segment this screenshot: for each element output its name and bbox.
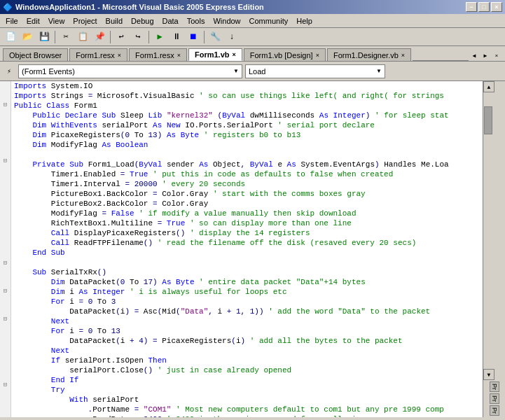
copy-button[interactable]: 📋 xyxy=(75,29,90,45)
code-line-2[interactable]: Public Class Form1 xyxy=(11,101,483,111)
toolbar-separator-1 xyxy=(55,31,55,43)
events-dropdown-arrow: ▼ xyxy=(233,68,239,74)
margin-34 xyxy=(0,398,11,407)
code-line-22[interactable]: For i = 0 To 3 xyxy=(11,297,483,307)
code-line-26[interactable]: DataPacket(i + 4) = PicaxeRegisters(i) '… xyxy=(11,336,483,346)
close-button[interactable]: × xyxy=(491,2,502,12)
margin-7 xyxy=(0,146,11,155)
code-line-11[interactable]: PictureBox1.BackColor = Color.Gray ' sta… xyxy=(11,189,483,199)
cut-button[interactable]: ✂ xyxy=(58,29,74,45)
code-line-19[interactable]: Sub SerialTxRx() xyxy=(11,267,483,277)
events-dropdown[interactable]: (Form1 Events) ▼ xyxy=(18,64,242,78)
pause-button[interactable]: ⏸ xyxy=(169,29,184,45)
tab-close-icon[interactable]: × xyxy=(233,51,236,58)
debug-button[interactable]: 🔧 xyxy=(207,29,223,45)
new-button[interactable]: 📄 xyxy=(3,29,18,45)
code-line-32[interactable]: With serialPort xyxy=(11,395,483,405)
scroll-up-button[interactable]: ▲ xyxy=(483,81,494,92)
tab-form1-resx[interactable]: Form1.resx× xyxy=(129,48,187,61)
menu-item-debug[interactable]: Debug xyxy=(127,15,158,27)
run-button[interactable]: ▶ xyxy=(152,29,167,45)
maximize-button[interactable]: □ xyxy=(478,2,490,12)
redo-button[interactable]: ↪ xyxy=(130,29,146,45)
code-line-7[interactable] xyxy=(11,150,483,160)
tab-scroll-right[interactable]: ▶ xyxy=(480,50,491,61)
margin-20 xyxy=(0,268,11,277)
tab-object-browser[interactable]: Object Browser xyxy=(3,48,68,61)
tab-scroll-left[interactable]: ◀ xyxy=(469,50,480,61)
margin-13 xyxy=(0,202,11,211)
code-line-1[interactable]: Imports Strings = Microsoft.VisualBasic … xyxy=(11,91,483,101)
code-line-23[interactable]: DataPacket(i) = Asc(Mid("Data", i + 1, 1… xyxy=(11,307,483,316)
code-line-20[interactable]: Dim DataPacket(0 To 17) As Byte ' entire… xyxy=(11,277,483,287)
tab-form1-designer-vb[interactable]: Form1.Designer.vb× xyxy=(327,48,411,61)
right-label-pr-2[interactable]: Pr xyxy=(490,393,499,404)
code-line-33[interactable]: .PortName = "COM1" ' Most new computers … xyxy=(11,405,483,414)
margin-33 xyxy=(0,389,11,398)
code-line-14[interactable]: RichTextBox1.Multiline = True ' so can d… xyxy=(11,218,483,228)
menu-item-help[interactable]: Help xyxy=(292,15,317,27)
code-line-31[interactable]: Try xyxy=(11,385,483,395)
code-line-21[interactable]: Dim i As Integer ' i is always useful fo… xyxy=(11,287,483,297)
code-line-12[interactable]: PictureBox2.BackColor = Color.Gray xyxy=(11,199,483,209)
paste-button[interactable]: 📌 xyxy=(92,29,107,45)
code-line-8[interactable]: Private Sub Form1_Load(ByVal sender As O… xyxy=(11,160,483,169)
tab-close-icon[interactable]: × xyxy=(177,52,181,59)
menu-item-build[interactable]: Build xyxy=(102,15,127,27)
code-line-30[interactable]: End If xyxy=(11,375,483,385)
right-label-pr-1[interactable]: Pr xyxy=(490,382,499,392)
code-line-29[interactable]: serialPort.Close() ' just in case alread… xyxy=(11,365,483,375)
code-editor[interactable]: Imports System.IOImports Strings = Micro… xyxy=(11,81,483,417)
tab-close-icon[interactable]: × xyxy=(401,52,405,59)
toolbar-separator-2 xyxy=(110,31,111,43)
open-button[interactable]: 📂 xyxy=(20,29,35,45)
tab-close-icon[interactable]: × xyxy=(316,52,319,59)
scroll-down-button[interactable]: ▼ xyxy=(483,369,494,380)
tab-close-all[interactable]: × xyxy=(491,50,502,61)
code-line-10[interactable]: Timer1.Interval = 20000 ' every 20 secon… xyxy=(11,179,483,189)
menu-item-edit[interactable]: Edit xyxy=(22,15,44,27)
code-line-16[interactable]: Call ReadFTPFilename() ' read the filena… xyxy=(11,238,483,248)
code-line-28[interactable]: If serialPort.IsOpen Then xyxy=(11,356,483,365)
tab-form1-resx[interactable]: Form1.resx× xyxy=(69,48,127,61)
code-line-0[interactable]: Imports System.IO xyxy=(11,81,483,91)
tab-close-icon[interactable]: × xyxy=(118,52,121,59)
step-button[interactable]: ↓ xyxy=(224,29,240,45)
code-line-5[interactable]: Dim PicaxeRegisters(0 To 13) As Byte ' r… xyxy=(11,130,483,140)
margin-12 xyxy=(0,193,11,202)
title-text: WindowsApplication1 - Microsoft Visual B… xyxy=(15,3,466,11)
tab-form1-vb--design-[interactable]: Form1.vb [Design]× xyxy=(244,48,326,61)
menu-item-view[interactable]: View xyxy=(44,15,69,27)
code-line-4[interactable]: Dim WithEvents serialPort As New IO.Port… xyxy=(11,120,483,130)
toolbar: 📄 📂 💾 ✂ 📋 📌 ↩ ↪ ▶ ⏸ ⏹ 🔧 ↓ xyxy=(0,28,505,46)
code-line-15[interactable]: Call DisplayPicaxeRegisters() ' display … xyxy=(11,228,483,238)
scrollbar-thumb[interactable] xyxy=(484,106,492,134)
undo-button[interactable]: ↩ xyxy=(113,29,129,45)
code-line-6[interactable]: Dim ModifyFlag As Boolean xyxy=(11,140,483,150)
margin-4 xyxy=(0,118,11,127)
scrollbar-track[interactable] xyxy=(483,92,494,369)
code-line-24[interactable]: Next xyxy=(11,316,483,326)
method-dropdown[interactable]: Load ▼ xyxy=(245,64,385,78)
menu-item-project[interactable]: Project xyxy=(69,15,101,27)
menu-item-data[interactable]: Data xyxy=(158,15,183,27)
margin-10 xyxy=(0,174,11,183)
stop-button[interactable]: ⏹ xyxy=(186,29,201,45)
menu-item-file[interactable]: File xyxy=(1,15,22,27)
margin-14 xyxy=(0,212,11,221)
code-line-18[interactable] xyxy=(11,258,483,267)
code-line-25[interactable]: For i = 0 To 13 xyxy=(11,326,483,336)
code-line-17[interactable]: End Sub xyxy=(11,248,483,258)
code-line-34[interactable]: .BaudRate = 2400 ' 2400 is the maxiumum … xyxy=(11,414,483,417)
code-line-9[interactable]: Timer1.Enabled = True ' put this in code… xyxy=(11,169,483,179)
code-line-3[interactable]: Public Declare Sub Sleep Lib "kernel32" … xyxy=(11,111,483,120)
minimize-button[interactable]: − xyxy=(466,2,477,12)
menu-item-tools[interactable]: Tools xyxy=(183,15,209,27)
save-button[interactable]: 💾 xyxy=(36,29,52,45)
right-label-pr-3[interactable]: Pr xyxy=(490,405,499,416)
code-line-27[interactable]: Next xyxy=(11,346,483,356)
tab-form1-vb[interactable]: Form1.vb× xyxy=(188,48,242,61)
menu-item-window[interactable]: Window xyxy=(209,15,244,27)
menu-item-community[interactable]: Community xyxy=(245,15,293,27)
code-line-13[interactable]: ModifyFlag = False ' if modify a value m… xyxy=(11,209,483,218)
